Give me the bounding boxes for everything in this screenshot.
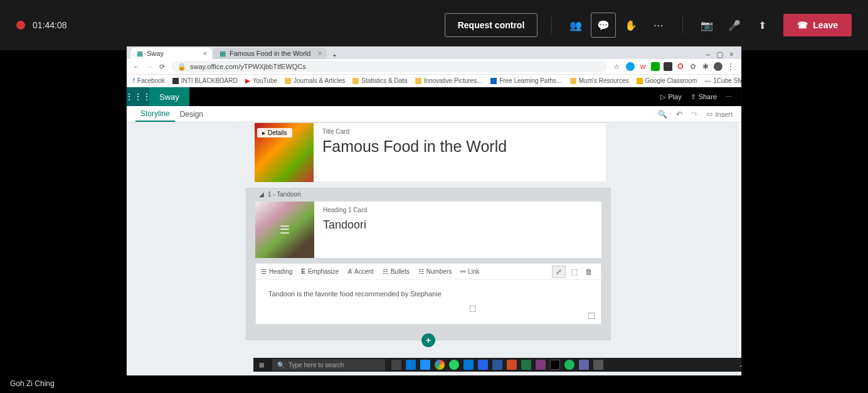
- extensions-puzzle-icon[interactable]: ✱: [701, 62, 710, 71]
- search-icon: 🔍: [277, 362, 285, 369]
- reactions-icon[interactable]: ✋: [618, 13, 643, 38]
- browser-tab-sway[interactable]: ▦ Sway ×: [130, 48, 212, 59]
- taskbar-app-icon[interactable]: [420, 360, 430, 370]
- taskbar-app-icon[interactable]: [564, 360, 574, 370]
- tool-heading[interactable]: ☰Heading: [261, 268, 292, 275]
- new-tab-button[interactable]: +: [328, 51, 341, 59]
- title-heading[interactable]: Famous Food in the World: [322, 137, 507, 156]
- redo-icon[interactable]: ↷: [691, 110, 697, 119]
- share-icon: ⇪: [691, 93, 696, 101]
- close-tab-icon[interactable]: ×: [318, 50, 322, 57]
- select-checkbox[interactable]: [588, 313, 595, 319]
- chrome-menu-icon[interactable]: ⋮: [726, 62, 735, 71]
- tab-storyline[interactable]: Storyline: [135, 106, 175, 122]
- url-field[interactable]: 🔒 sway.office.com/yTPWXjbbTtfEWQCs: [171, 61, 607, 72]
- leave-button[interactable]: ☎ Leave: [783, 14, 852, 36]
- tool-emphasize[interactable]: EEmphasize: [301, 268, 339, 275]
- more-actions-icon[interactable]: ⋯: [646, 13, 671, 38]
- ext-icon[interactable]: [626, 62, 635, 71]
- star-icon[interactable]: ☆: [613, 63, 620, 71]
- tool-numbers[interactable]: ☷Numbers: [418, 268, 452, 275]
- taskbar-app-icon[interactable]: [463, 360, 474, 370]
- bookmark-facebook[interactable]: fFacebook: [133, 77, 165, 84]
- request-control-button[interactable]: Request control: [445, 13, 538, 37]
- taskbar-app-icon[interactable]: [391, 360, 401, 370]
- bullets-icon: ☷: [383, 268, 388, 275]
- search-icon[interactable]: 🔍: [658, 110, 667, 119]
- taskbar-app-icon[interactable]: [435, 360, 445, 370]
- play-button[interactable]: ▷Play: [660, 93, 681, 101]
- chat-icon[interactable]: 💬: [591, 13, 616, 38]
- taskbar-search[interactable]: 🔍 Type here to search: [272, 359, 385, 370]
- taskbar-app-icon[interactable]: [492, 360, 502, 370]
- tool-bullets[interactable]: ☷Bullets: [383, 268, 410, 275]
- taskbar-app-icon[interactable]: [521, 360, 531, 370]
- heading-text[interactable]: Tandoori: [323, 218, 367, 232]
- browser-tab-famous-food[interactable]: ▦ Famous Food in the World ×: [213, 48, 327, 59]
- collapse-icon[interactable]: ◢: [259, 191, 264, 198]
- bookmark-inti[interactable]: INTI BLACKBOARD: [172, 77, 238, 84]
- bookmark-1cube[interactable]: —1Cube SMS: [704, 77, 741, 84]
- taskbar-app-icon[interactable]: [507, 360, 517, 370]
- ext-icon[interactable]: [714, 62, 722, 71]
- focus-points-icon[interactable]: ⤢: [552, 266, 566, 278]
- tool-link[interactable]: ⚯Link: [460, 268, 479, 275]
- bookmark-youtube[interactable]: ▶YouTube: [245, 77, 277, 84]
- add-card-button[interactable]: +: [421, 333, 435, 347]
- sway-brand[interactable]: Sway: [149, 87, 189, 106]
- text-card-body[interactable]: Tandoori is the favorite food recommende…: [256, 280, 601, 324]
- taskbar-app-icon[interactable]: [449, 360, 459, 370]
- taskbar-app-icon[interactable]: [550, 360, 560, 370]
- group-header[interactable]: ◢ 1 - Tandoori: [246, 188, 610, 202]
- separator: [551, 16, 552, 34]
- bookmark-journals[interactable]: Journals & Articles: [285, 77, 345, 84]
- ext-icon[interactable]: w: [638, 62, 647, 71]
- heading-card[interactable]: ☰ Heading 1 Card Tandoori: [255, 202, 601, 258]
- reload-icon[interactable]: ⟳: [159, 63, 165, 71]
- title-card-image[interactable]: ▸Details: [255, 123, 314, 182]
- more-icon[interactable]: ⋯: [726, 93, 733, 101]
- people-icon[interactable]: 👥: [563, 13, 588, 38]
- group-icon[interactable]: ⬚: [567, 266, 581, 278]
- taskbar-app-icon[interactable]: [579, 360, 589, 370]
- bookmark-innovative[interactable]: Innovative Pictures…: [415, 77, 484, 84]
- close-tab-icon[interactable]: ×: [203, 50, 207, 57]
- weather-icon[interactable]: ☁: [739, 362, 741, 368]
- camera-off-icon[interactable]: 📷: [694, 13, 719, 38]
- ext-icon[interactable]: ✿: [689, 62, 697, 71]
- play-icon: ▷: [660, 93, 665, 101]
- heading-card-image[interactable]: ☰: [255, 202, 314, 258]
- forward-icon[interactable]: →: [146, 63, 153, 70]
- text-card[interactable]: ☰Heading EEmphasize AAccent ☷Bullets ☷Nu…: [255, 263, 601, 325]
- ext-icon[interactable]: O: [676, 62, 685, 71]
- bookmark-classroom[interactable]: Google Classroom: [637, 77, 697, 84]
- start-button[interactable]: ⊞: [253, 362, 270, 369]
- bookmark-mums[interactable]: Mum's Resources: [570, 77, 629, 84]
- share-screen-icon[interactable]: ⬆: [749, 13, 775, 38]
- bookmark-stats[interactable]: Statistics & Data: [352, 77, 407, 84]
- taskbar-app-icon[interactable]: [536, 360, 546, 370]
- window-close-icon[interactable]: ×: [729, 50, 734, 59]
- tab-design[interactable]: Design: [175, 106, 208, 122]
- window-minimize-icon[interactable]: –: [706, 50, 710, 59]
- sway-canvas[interactable]: ▸Details Title Card Famous Food in the W…: [127, 122, 741, 375]
- share-button[interactable]: ⇪Share: [691, 93, 717, 101]
- title-card[interactable]: ▸Details Title Card Famous Food in the W…: [255, 122, 606, 181]
- taskbar-app-icon[interactable]: [406, 360, 416, 370]
- details-button[interactable]: ▸Details: [257, 128, 292, 137]
- tool-accent[interactable]: AAccent: [347, 268, 373, 275]
- undo-icon[interactable]: ↶: [676, 110, 682, 119]
- ext-icon[interactable]: [664, 62, 672, 71]
- ext-icon[interactable]: [651, 62, 660, 71]
- taskbar-app-icon[interactable]: [478, 360, 488, 370]
- bookmark-linkedin[interactable]: Free Learning Paths…: [490, 77, 563, 84]
- window-maximize-icon[interactable]: ▢: [716, 50, 723, 59]
- app-launcher-button[interactable]: ⋮⋮⋮: [127, 87, 149, 106]
- back-icon[interactable]: ←: [133, 63, 140, 70]
- scrollbar[interactable]: [736, 122, 741, 375]
- insert-button[interactable]: ▭Insert: [706, 110, 733, 118]
- delete-icon[interactable]: 🗑: [582, 266, 596, 278]
- section-group[interactable]: ◢ 1 - Tandoori ☰ Heading 1 Card Tandoori…: [246, 188, 611, 340]
- taskbar-app-icon[interactable]: [593, 360, 603, 370]
- mic-off-icon[interactable]: 🎤: [722, 13, 747, 38]
